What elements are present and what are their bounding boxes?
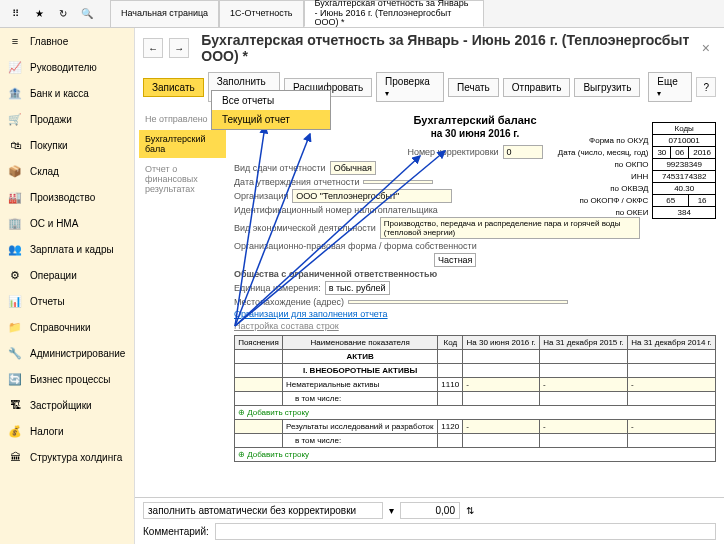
sidebar-item-reports[interactable]: 📊Отчеты: [0, 288, 134, 314]
close-button[interactable]: ×: [696, 40, 716, 56]
send-button[interactable]: Отправить: [503, 78, 571, 97]
menu-icon: ≡: [8, 34, 22, 48]
cycle-icon: 🔄: [8, 372, 22, 386]
date-appr-input[interactable]: [363, 180, 433, 184]
menu-all-reports[interactable]: Все отчеты: [212, 91, 330, 110]
gear-icon: ⚙: [8, 268, 22, 282]
building-icon: 🏢: [8, 216, 22, 230]
search-icon[interactable]: 🔍: [78, 5, 96, 23]
sidebar-item-warehouse[interactable]: 📦Склад: [0, 158, 134, 184]
sidebar-item-admin[interactable]: 🔧Администрирование: [0, 340, 134, 366]
more-button[interactable]: Еще: [648, 72, 692, 102]
org-input[interactable]: ООО "Теплоэнергосбыт": [292, 189, 452, 203]
cart-icon: 🛒: [8, 112, 22, 126]
tab-current-report[interactable]: Бухгалтерская отчетность за Январь - Июн…: [304, 0, 484, 27]
export-button[interactable]: Выгрузить: [574, 78, 640, 97]
sidebar-item-bank[interactable]: 🏦Банк и касса: [0, 80, 134, 106]
subnav-fin-results[interactable]: Отчет о финансовых результатах: [139, 160, 226, 198]
comment-label: Комментарий:: [143, 526, 209, 537]
link-rows[interactable]: Настройка состава строк: [234, 321, 339, 331]
vid-sdachi-input[interactable]: Обычная: [330, 161, 376, 175]
balance-table: Пояснения Наименование показателя Код На…: [234, 335, 716, 462]
chart-icon: 📈: [8, 60, 22, 74]
people-icon: 👥: [8, 242, 22, 256]
fill-dropdown: Все отчеты Текущий отчет: [211, 90, 331, 130]
tab-reporting[interactable]: 1С-Отчетность: [219, 0, 303, 27]
codes-table: Коды Форма по ОКУД0710001 Дата (число, м…: [554, 122, 716, 219]
wrench-icon: 🔧: [8, 346, 22, 360]
sidebar-item-salary[interactable]: 👥Зарплата и кадры: [0, 236, 134, 262]
box-icon: 📦: [8, 164, 22, 178]
sidebar-item-purchases[interactable]: 🛍Покупки: [0, 132, 134, 158]
nav-forward-button[interactable]: →: [169, 38, 189, 58]
help-button[interactable]: ?: [696, 77, 716, 97]
link-orgs[interactable]: Организации для заполнения отчета: [234, 309, 388, 319]
tab-home[interactable]: Начальная страница: [110, 0, 219, 27]
form-input[interactable]: Частная: [434, 253, 476, 267]
bag-icon: 🛍: [8, 138, 22, 152]
org-icon: 🏛: [8, 450, 22, 464]
sidebar-item-taxes[interactable]: 💰Налоги: [0, 418, 134, 444]
sidebar-item-manager[interactable]: 📈Руководителю: [0, 54, 134, 80]
report-icon: 📊: [8, 294, 22, 308]
sidebar: ≡Главное 📈Руководителю 🏦Банк и касса 🛒Пр…: [0, 28, 135, 544]
star-icon[interactable]: ★: [30, 5, 48, 23]
chevron-down-icon[interactable]: ▾: [389, 505, 394, 516]
save-button[interactable]: Записать: [143, 78, 204, 97]
sidebar-item-holding[interactable]: 🏛Структура холдинга: [0, 444, 134, 470]
history-icon[interactable]: ↻: [54, 5, 72, 23]
activity-input[interactable]: Производство, передача и распределение п…: [380, 217, 640, 239]
table-row[interactable]: Результаты исследований и разработок1120…: [235, 420, 716, 434]
stepper-icon[interactable]: ⇅: [466, 505, 474, 516]
bank-icon: 🏦: [8, 86, 22, 100]
page-title: Бухгалтерская отчетность за Январь - Июн…: [201, 32, 690, 64]
folder-icon: 📁: [8, 320, 22, 334]
comment-input[interactable]: [215, 523, 716, 540]
nav-back-button[interactable]: ←: [143, 38, 163, 58]
money-icon: 💰: [8, 424, 22, 438]
corr-label: Номер корректировки: [407, 147, 498, 157]
add-row-link[interactable]: Добавить строку: [235, 448, 716, 462]
check-button[interactable]: Проверка: [376, 72, 444, 102]
table-row[interactable]: Нематериальные активы1110 ---: [235, 378, 716, 392]
sidebar-item-production[interactable]: 🏭Производство: [0, 184, 134, 210]
crane-icon: 🏗: [8, 398, 22, 412]
mode-select[interactable]: заполнить автоматически без корректировк…: [143, 502, 383, 519]
print-button[interactable]: Печать: [448, 78, 499, 97]
sidebar-item-developers[interactable]: 🏗Застройщики: [0, 392, 134, 418]
sidebar-item-assets[interactable]: 🏢ОС и НМА: [0, 210, 134, 236]
sidebar-item-directories[interactable]: 📁Справочники: [0, 314, 134, 340]
add-row-link[interactable]: Добавить строку: [235, 406, 716, 420]
addr-input[interactable]: [348, 300, 568, 304]
sidebar-item-main[interactable]: ≡Главное: [0, 28, 134, 54]
factory-icon: 🏭: [8, 190, 22, 204]
sidebar-item-sales[interactable]: 🛒Продажи: [0, 106, 134, 132]
corr-input[interactable]: 0: [503, 145, 543, 159]
apps-icon[interactable]: ⠿: [6, 5, 24, 23]
sidebar-item-operations[interactable]: ⚙Операции: [0, 262, 134, 288]
menu-current-report[interactable]: Текущий отчет: [212, 110, 330, 129]
unit-input[interactable]: в тыс. рублей: [325, 281, 390, 295]
sidebar-item-bizproc[interactable]: 🔄Бизнес процессы: [0, 366, 134, 392]
value-input[interactable]: 0,00: [400, 502, 460, 519]
subnav-balance[interactable]: Бухгалтерский бала: [139, 130, 226, 158]
